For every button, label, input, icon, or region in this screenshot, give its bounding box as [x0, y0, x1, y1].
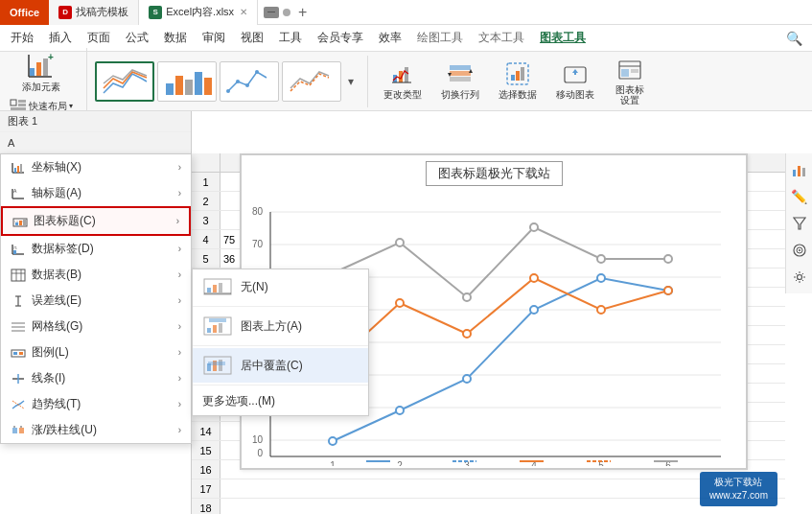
svg-point-17 — [245, 83, 249, 87]
svg-rect-7 — [18, 100, 26, 103]
svg-rect-64 — [19, 352, 23, 355]
svg-rect-14 — [204, 78, 212, 95]
menu-item-trendline[interactable]: 趋势线(T) › — [1, 391, 191, 417]
submenu-divider-1 — [193, 306, 368, 307]
svg-rect-23 — [450, 65, 471, 70]
menu-data[interactable]: 数据 — [157, 28, 194, 48]
toolbar: + 添加元素 快速布局 ▾ — [0, 52, 812, 111]
menu-item-datatable[interactable]: 数据表(B) › — [1, 262, 191, 288]
menu-review[interactable]: 审阅 — [196, 28, 232, 48]
svg-rect-38 — [17, 166, 19, 173]
chart-thumb-1[interactable] — [95, 61, 154, 102]
svg-point-119 — [396, 239, 404, 246]
linebar-icon — [11, 372, 26, 386]
menu-item-gridline[interactable]: 网格线(G) › — [1, 314, 191, 339]
pencil-icon[interactable]: ✏️ — [789, 186, 810, 207]
svg-rect-21 — [405, 67, 408, 82]
chart-thumb-4[interactable] — [282, 61, 341, 102]
submenu-none[interactable]: 无(N) — [193, 269, 368, 304]
submenu-more[interactable]: 更多选项...(M) — [193, 387, 368, 415]
submenu-divider-2 — [193, 345, 368, 346]
tab-wps[interactable]: D 找稿壳模板 — [49, 0, 139, 25]
move-chart-btn[interactable]: 移动图表 — [548, 58, 602, 105]
new-tab-btn[interactable]: + — [290, 0, 314, 25]
menu-item-risedrop[interactable]: 涨/跌柱线(U) › — [1, 417, 191, 443]
menu-member[interactable]: 会员专享 — [311, 28, 370, 48]
add-element-btn[interactable]: + 添加元素 — [16, 48, 66, 96]
menu-efficiency[interactable]: 效率 — [372, 28, 408, 48]
menu-item-axistitle[interactable]: A 轴标题(A) › — [1, 180, 191, 206]
svg-rect-10 — [166, 83, 174, 95]
svg-text:70: 70 — [252, 239, 264, 249]
search-icon[interactable]: 🔍 — [780, 29, 808, 48]
corner-cell — [192, 153, 220, 172]
menu-page[interactable]: 页面 — [81, 28, 117, 48]
menu-tools[interactable]: 工具 — [272, 28, 309, 48]
submenu-center[interactable]: 居中覆盖(C) — [193, 348, 368, 383]
menu-draw-tools[interactable]: 绘图工具 — [410, 28, 470, 48]
chart-thumb-3[interactable] — [220, 61, 279, 102]
svg-point-16 — [236, 80, 240, 83]
svg-point-113 — [396, 299, 404, 307]
menu-chart-tools[interactable]: 图表工具 — [533, 28, 592, 48]
row-16: 16 — [192, 460, 220, 479]
svg-point-114 — [463, 330, 471, 338]
close-tab-icon[interactable]: ✕ — [240, 7, 247, 17]
svg-rect-47 — [23, 220, 26, 225]
menu-formula[interactable]: 公式 — [119, 28, 155, 48]
minimize-btn[interactable] — [264, 7, 279, 18]
menu-item-charttitle[interactable]: 图表标题(C) › — [1, 206, 191, 236]
change-type-btn[interactable]: 更改类型 — [376, 58, 429, 105]
add-element-dropdown: 坐标轴(X) › A 轴标题(A) › — [0, 153, 192, 444]
settings-sidebar-icon[interactable] — [789, 267, 810, 288]
settings-btn[interactable]: 图表标设置 — [606, 54, 654, 109]
svg-rect-135 — [793, 170, 796, 176]
chart-title: 图表标题极光下载站 — [426, 161, 563, 186]
menu-bar: 开始 插入 页面 公式 数据 审阅 视图 工具 会员专享 效率 绘图工具 文本工… — [0, 25, 812, 52]
svg-text:+: + — [48, 52, 54, 62]
menu-item-errorbar[interactable]: 误差线(E) › — [1, 288, 191, 314]
submenu-center-icon — [202, 355, 233, 376]
filter-icon[interactable] — [789, 213, 810, 234]
row-18: 18 — [192, 499, 220, 514]
row-14: 14 — [192, 422, 220, 440]
menu-text-tools[interactable]: 文本工具 — [472, 28, 531, 48]
svg-rect-11 — [175, 76, 183, 95]
bar-chart-icon[interactable] — [789, 159, 810, 180]
dot-btn[interactable] — [283, 9, 290, 16]
submenu-above-icon — [202, 315, 233, 337]
chart-thumbs-dropdown[interactable]: ▾ — [344, 75, 358, 88]
target-icon[interactable] — [789, 240, 810, 261]
svg-point-123 — [664, 255, 672, 263]
svg-point-15 — [226, 89, 230, 93]
tab-excel[interactable]: S Excel内容.xlsx ✕ — [139, 0, 258, 25]
svg-marker-138 — [794, 218, 805, 229]
menu-item-axis[interactable]: 坐标轴(X) › — [1, 154, 191, 180]
svg-rect-8 — [18, 104, 26, 106]
left-panel: 图表 1 A 坐标轴(X) — [0, 111, 192, 514]
svg-rect-9 — [11, 107, 26, 110]
svg-point-142 — [797, 275, 801, 280]
chart-thumb-2[interactable] — [157, 61, 217, 102]
select-data-btn[interactable]: 选择数据 — [491, 58, 545, 105]
axistitle-icon: A — [11, 187, 26, 200]
right-sidebar: ✏️ — [785, 153, 812, 293]
submenu-above[interactable]: 图表上方(A) — [193, 309, 368, 343]
menu-item-datalabel[interactable]: 75 数据标签(D) › — [1, 236, 191, 262]
datatable-icon — [11, 269, 26, 282]
menu-insert[interactable]: 插入 — [42, 28, 79, 48]
menu-start[interactable]: 开始 — [4, 28, 40, 48]
row-a-label: A — [0, 132, 191, 153]
menu-view[interactable]: 视图 — [234, 28, 270, 48]
svg-text:1: 1 — [330, 460, 336, 466]
move-chart-icon — [563, 61, 588, 86]
risedrop-icon — [11, 424, 26, 437]
svg-rect-34 — [631, 69, 638, 73]
menu-item-legend[interactable]: 图例(L) › — [1, 339, 191, 365]
svg-rect-13 — [195, 72, 202, 95]
dropdown-arrow-quick: ▾ — [69, 102, 73, 110]
menu-item-linebar[interactable]: 线条(I) › — [1, 365, 191, 391]
svg-point-108 — [463, 375, 471, 383]
svg-rect-80 — [213, 325, 217, 333]
switch-row-btn[interactable]: 切换行列 — [433, 58, 487, 105]
